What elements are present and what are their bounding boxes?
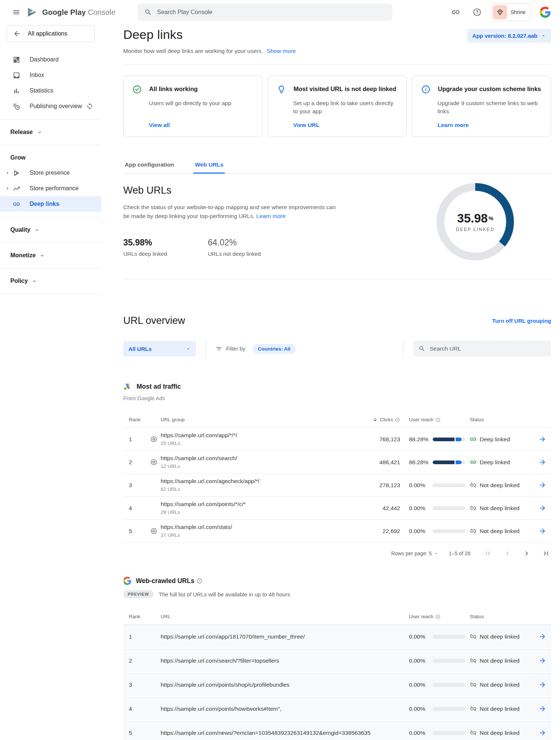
sidebar-item-label: Statistics xyxy=(30,87,53,94)
clicks-cell: 278,123 xyxy=(348,482,400,489)
url-count: 62 URLs xyxy=(161,486,348,493)
subtitle-text: Monitor how well deep links are working … xyxy=(123,48,263,54)
sidebar-section-grow: Grow xyxy=(0,150,101,165)
row-detail-arrow[interactable] xyxy=(533,705,551,713)
next-page-icon[interactable] xyxy=(522,548,532,559)
url-count: 12 URLs xyxy=(161,463,348,470)
search-input[interactable] xyxy=(157,9,386,16)
status-text: Not deep linked xyxy=(480,657,520,664)
previous-page-icon[interactable] xyxy=(502,548,513,559)
countries-filter-chip[interactable]: Countries: All xyxy=(253,344,296,354)
table-row: 1 https://sample.url.com/app/1817070/ite… xyxy=(123,625,551,648)
link-icon xyxy=(470,459,477,466)
url-cell[interactable]: https://sample.url.com/points/howitworks… xyxy=(161,706,409,712)
url-cell[interactable]: https://sample.url.com/news/?emclan=1035… xyxy=(161,730,409,736)
tab-web-urls[interactable]: Web URLs xyxy=(193,158,225,173)
monetize-label: Monetize xyxy=(10,252,36,259)
url-text[interactable]: https://sample.url.com/stats/ xyxy=(161,523,348,531)
sidebar-item-dashboard[interactable]: Dashboard xyxy=(0,52,101,67)
menu-icon[interactable] xyxy=(9,5,24,20)
url-text[interactable]: https://sample.url.com/points/*/c/* xyxy=(161,500,348,508)
url-overview-title: URL overview xyxy=(123,315,185,327)
toolbar-separator xyxy=(205,338,206,359)
sidebar-item-inbox[interactable]: Inbox xyxy=(0,67,101,83)
row-detail-arrow[interactable] xyxy=(533,681,551,689)
sidebar-item-publishing-overview[interactable]: Publishing overview xyxy=(0,98,101,114)
url-text[interactable]: https://sample.url.com/search/ xyxy=(161,455,348,462)
row-detail-arrow[interactable] xyxy=(533,504,551,512)
clicks-header[interactable]: Clicks ? xyxy=(348,417,400,422)
turn-off-url-grouping-link[interactable]: Turn off URL grouping xyxy=(492,318,551,324)
app-version-selector[interactable]: App version: 8.2.027.aab xyxy=(467,29,551,43)
sidebar-item-store-presence[interactable]: Store presence xyxy=(0,165,101,181)
view-url-link[interactable]: View URL xyxy=(293,122,319,128)
first-page-icon[interactable] xyxy=(483,548,493,559)
status-header: Status xyxy=(470,417,533,422)
donut-unit: % xyxy=(489,215,493,221)
sidebar-section-release[interactable]: Release xyxy=(0,125,101,140)
help-icon: ? xyxy=(197,578,202,584)
all-applications-button[interactable]: All applications xyxy=(7,25,95,42)
url-cell[interactable]: https://sample.url.com/search/?filter=to… xyxy=(161,657,409,664)
page-header: Deep links Monitor how well deep links a… xyxy=(123,24,551,54)
rows-per-page-selector[interactable]: Rows per page: 5 xyxy=(391,550,439,556)
sidebar-item-store-performance[interactable]: Store performance xyxy=(0,181,101,196)
learn-more-link[interactable]: Learn more xyxy=(256,213,285,219)
google-account-icon[interactable] xyxy=(538,5,553,20)
google-g-icon xyxy=(123,577,131,585)
url-cell[interactable]: https://sample.url.com/app/1817070/item_… xyxy=(161,633,409,640)
status-text: Deep linked xyxy=(480,459,510,466)
sidebar-item-label: Inbox xyxy=(30,72,44,78)
expand-right-icon[interactable] xyxy=(3,170,12,176)
global-search[interactable] xyxy=(138,4,392,21)
link-off-icon xyxy=(470,528,477,535)
link-shortcut-icon[interactable] xyxy=(448,5,463,20)
expand-right-icon[interactable] xyxy=(3,186,12,191)
row-detail-arrow[interactable] xyxy=(533,657,551,664)
sync-icon[interactable] xyxy=(85,103,94,110)
url-type-dropdown[interactable]: All URLs xyxy=(123,341,196,356)
row-detail-arrow[interactable] xyxy=(533,729,551,737)
view-all-link[interactable]: View all xyxy=(149,122,170,128)
show-more-link[interactable]: Show more xyxy=(267,48,296,54)
url-cell[interactable]: https://sample.url.com/points/shop/c/pro… xyxy=(161,682,409,688)
preview-eye-icon[interactable] xyxy=(147,459,161,466)
most-ad-traffic-header: Most ad traffic xyxy=(123,382,551,391)
link-off-icon xyxy=(470,505,477,512)
donut-value: 35.98 xyxy=(457,211,488,225)
table-row: 1 https://sample.url.com/app/*/*/25 URLs… xyxy=(123,428,551,451)
sidebar-section-quality[interactable]: Quality xyxy=(0,222,101,237)
lightbulb-icon xyxy=(277,85,286,94)
preview-eye-icon[interactable] xyxy=(147,528,161,535)
row-detail-arrow[interactable] xyxy=(533,458,551,466)
chevron-down-icon xyxy=(31,278,37,284)
row-detail-arrow[interactable] xyxy=(533,435,551,443)
help-icon[interactable]: ? xyxy=(470,5,484,20)
caret-down-icon xyxy=(541,33,546,38)
learn-more-link[interactable]: Learn more xyxy=(437,122,469,128)
tab-app-configuration[interactable]: App configuration xyxy=(123,158,175,173)
stat-value: 64.02% xyxy=(208,238,261,248)
sidebar-section-monetize[interactable]: Monetize xyxy=(0,248,101,263)
sidebar-divider xyxy=(0,268,101,268)
url-text[interactable]: https://sample.url.com/agecheck/app/*/ xyxy=(161,478,348,485)
sidebar-item-statistics[interactable]: Statistics xyxy=(0,83,101,98)
row-detail-arrow[interactable] xyxy=(533,481,551,489)
url-search-input[interactable] xyxy=(430,345,546,352)
sidebar-section-policy[interactable]: Policy xyxy=(0,274,101,288)
deep-links-icon xyxy=(12,200,21,208)
app-version-label: App version: 8.2.027.aab xyxy=(472,33,537,39)
rank-cell: 4 xyxy=(129,505,147,512)
play-console-logo[interactable]: Google Play Console xyxy=(26,7,115,18)
clicks-label: Clicks xyxy=(380,417,393,422)
preview-eye-icon[interactable] xyxy=(147,436,161,443)
last-page-icon[interactable] xyxy=(541,548,551,559)
url-text[interactable]: https://sample.url.com/app/*/*/ xyxy=(161,432,348,439)
row-detail-arrow[interactable] xyxy=(533,527,551,535)
caret-down-icon xyxy=(186,346,191,351)
sidebar-divider xyxy=(0,242,101,243)
row-detail-arrow[interactable] xyxy=(533,633,551,640)
sidebar-item-deep-links[interactable]: Deep links xyxy=(0,196,101,212)
url-search-box[interactable] xyxy=(413,341,551,356)
app-switcher[interactable]: Shrine xyxy=(491,3,531,21)
